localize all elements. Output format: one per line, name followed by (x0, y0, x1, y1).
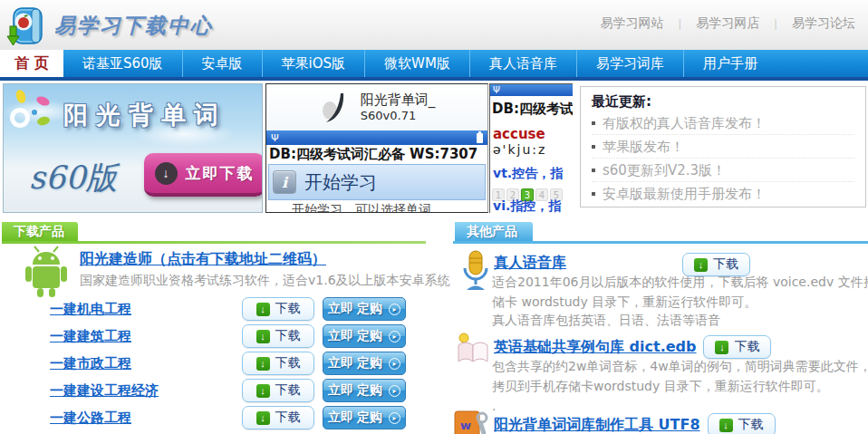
order-button[interactable]: 立即 定购▸ (323, 379, 406, 402)
svg-text:w: w (460, 419, 471, 432)
page: 易学习下载中心 易学习网站 ｜ 易学习网店 ｜ 易学习论坛 首 页 诺基亚S60… (0, 0, 868, 434)
recent-updates-title: 最近更新: (592, 93, 865, 111)
book-bulb-icon (455, 332, 491, 366)
tab-nokia-s60[interactable]: 诺基亚S60版 (63, 50, 182, 77)
tab-wm[interactable]: 微软WM版 (364, 50, 469, 77)
download-button[interactable]: ↓下载 (242, 352, 314, 375)
download-arrow-icon: ↓ (256, 303, 270, 316)
order-arrow-icon: ▸ (389, 412, 400, 424)
battery-icon (477, 133, 483, 143)
other-product-link-utf8-tool[interactable]: 阳光背单词词库制作工具 UTF8 (494, 416, 700, 434)
main-nav: 首 页 诺基亚S60版 安卓版 苹果iOS版 微软WM版 真人语音库 易学习词库… (0, 50, 868, 77)
tab-voice-library[interactable]: 真人语音库 (469, 50, 576, 77)
recent-updates-list: 有版权的真人语音库发布！ 苹果版发布！ s60更新到V2.3版！ 安卓版最新使用… (592, 111, 854, 206)
order-arrow-icon: ▸ (389, 358, 400, 370)
product-desc: 国家建造师职业资格考试练习软件，适合v1.6及以上版本安卓系统 (80, 273, 450, 289)
banner: 阳光背单词 s60版 ↓ 立即下载 (3, 83, 263, 213)
download-button[interactable]: ↓下载 (242, 324, 314, 348)
product-desc-line: 包含共享的约2w单词音标，4w单词的例句，简明词典需要此文件，下 (492, 359, 868, 375)
download-button[interactable]: ↓下载 (682, 253, 750, 276)
android-icon (23, 246, 70, 298)
banner-download-button[interactable]: ↓ 立即下载 (144, 153, 263, 197)
meaning-vi: vi.指控，指 (493, 198, 561, 213)
bullet-icon (592, 145, 595, 149)
download-button[interactable]: ↓下载 (708, 413, 776, 434)
download-arrow-icon: ↓ (256, 384, 270, 398)
update-item[interactable]: 有版权的真人语音库发布！ (592, 111, 854, 135)
site-title: 易学习下载中心 (54, 12, 213, 40)
section-underline-blue (453, 241, 868, 244)
other-product-link-dict[interactable]: 英语基础共享例句库 dict.edb (494, 338, 696, 357)
download-arrow-icon: ↓ (256, 411, 270, 425)
item-link-gonglu[interactable]: 一建公路工程 (50, 406, 131, 429)
tab-manual[interactable]: 用户手册 (683, 50, 776, 77)
tab-home[interactable]: 首 页 (0, 50, 63, 77)
banner-title: 阳光背单词 (63, 99, 227, 131)
meaning-vt: vt.控告，指 (490, 166, 573, 182)
product-desc-line: 真人语音库包括英语、日语、法语等语音 (492, 313, 720, 329)
antenna-icon: Ψ (493, 85, 500, 95)
link-forum[interactable]: 易学习论坛 (792, 15, 855, 32)
order-button[interactable]: 立即 定购▸ (323, 324, 406, 348)
product-link-builder[interactable]: 阳光建造师（点击有下载地址二维码） (80, 250, 326, 269)
order-arrow-icon: ▸ (389, 385, 400, 397)
link-store[interactable]: 易学习网店 (696, 15, 759, 32)
db-status-line: DB:四级考试词汇必备 WS:7307 (266, 145, 487, 164)
menu-item-label: 开始学习 (304, 170, 377, 195)
download-arrow-icon: ↓ (694, 258, 708, 272)
download-arrow-icon: ↓ (155, 162, 178, 185)
bullet-icon (592, 121, 595, 125)
download-button[interactable]: ↓下载 (242, 406, 314, 429)
section-tab-others: 其他产品 (455, 222, 533, 241)
order-button[interactable]: 立即 定购▸ (323, 352, 406, 375)
download-arrow-icon: ↓ (256, 330, 270, 343)
other-product-link-voice[interactable]: 真人语音库 (494, 254, 566, 273)
item-link-jidian[interactable]: 一建机电工程 (50, 297, 131, 321)
item-link-jianzhu[interactable]: 一建建筑工程 (50, 324, 131, 348)
status-bar: Ψ (266, 130, 487, 145)
product-desc-line: 储卡 wordstudy 目录下，重新运行软件即可。 (492, 294, 757, 311)
tab-android[interactable]: 安卓版 (182, 50, 262, 77)
tab-dictionary[interactable]: 易学习词库 (576, 50, 683, 77)
download-button[interactable]: ↓下载 (703, 335, 771, 359)
order-button[interactable]: 立即 定购▸ (323, 406, 406, 429)
link-separator: ｜ (674, 16, 685, 32)
recent-updates-panel: 最近更新: 有版权的真人语音库发布！ 苹果版发布！ s60更新到V2.3版！ 安… (580, 86, 866, 207)
product-desc-line: 适合2011年06月以后版本的软件使用，下载后将 voice.edv 文件拷 (492, 275, 868, 291)
microphone-icon (459, 250, 492, 292)
section-tab-downloads: 下载产品 (2, 222, 78, 241)
order-arrow-icon: ▸ (389, 331, 400, 342)
update-item[interactable]: 安卓版最新使用手册发布！ (592, 182, 854, 206)
header: 易学习下载中心 易学习网站 ｜ 易学习网店 ｜ 易学习论坛 (0, 0, 868, 50)
screenshot-app-header: 阳光背单词_ S60v0.71 (266, 84, 487, 130)
app-screenshot-dictionary: Ψ DB:四级考试 accuse ə'kju:z vt.控告，指 1 2 3 4… (489, 83, 573, 213)
backpack-logo-icon (5, 3, 49, 48)
phonetic-text: ə'kju:z (490, 142, 573, 157)
download-button[interactable]: ↓下载 (242, 297, 314, 321)
update-item[interactable]: s60更新到V2.3版！ (592, 159, 854, 182)
download-button[interactable]: ↓下载 (242, 379, 314, 402)
other-product-row: 英语基础共享例句库 dict.edb ↓下载 (494, 335, 771, 359)
item-link-jingji[interactable]: 一建建设工程经济 (50, 379, 159, 402)
dictionary-word: accuse (490, 126, 573, 142)
order-arrow-icon: ▸ (389, 304, 400, 315)
download-arrow-icon: ↓ (715, 341, 728, 354)
antenna-icon: Ψ (271, 132, 279, 144)
nav-underline (0, 77, 868, 81)
update-item[interactable]: 苹果版发布！ (592, 135, 854, 159)
menu-item-subtext: 开始学习，可以选择单词 (266, 200, 487, 213)
app-screenshot-s60: 阳光背单词_ S60v0.71 Ψ DB:四级考试词汇必备 WS:7307 i … (265, 83, 488, 213)
download-arrow-icon: ↓ (256, 357, 270, 371)
tab-ios[interactable]: 苹果iOS版 (262, 50, 365, 77)
bullet-icon (592, 169, 595, 172)
download-arrow-icon: ↓ (719, 419, 733, 432)
banner-download-label: 立即下载 (186, 163, 255, 184)
link-separator: ｜ (770, 16, 781, 32)
info-icon: i (273, 170, 296, 194)
sun-logo-icon (7, 90, 54, 140)
item-link-shizheng[interactable]: 一建市政工程 (50, 352, 131, 375)
order-button[interactable]: 立即 定购▸ (323, 297, 406, 321)
product-desc-line: . (492, 399, 496, 413)
product-desc-line: 拷贝到手机存储卡wordstudy 目录下，重新运行软件即可。 (492, 379, 829, 395)
link-website[interactable]: 易学习网站 (600, 15, 663, 32)
